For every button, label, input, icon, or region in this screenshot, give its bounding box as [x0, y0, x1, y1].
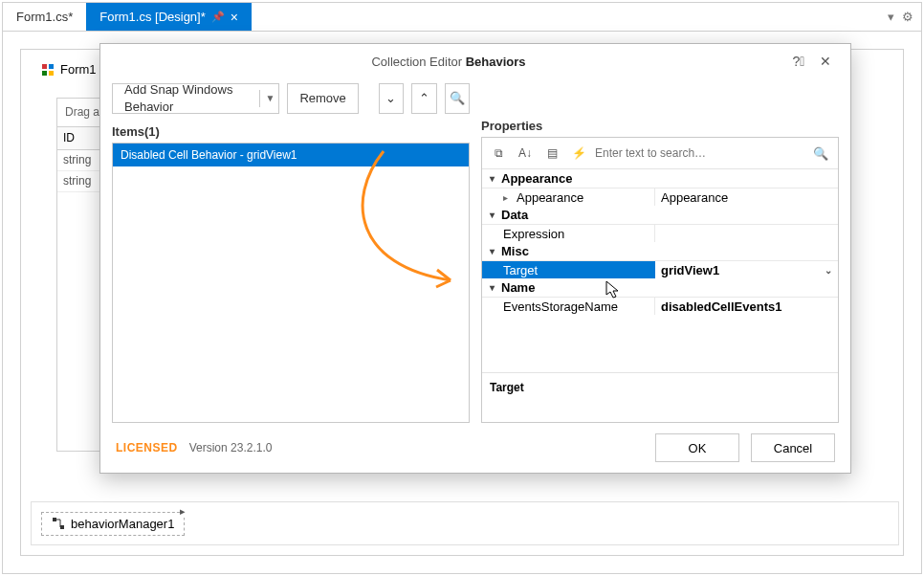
- property-grid-body[interactable]: ▾Appearance ▸Appearance Appearance ▾Data…: [482, 169, 838, 372]
- chevron-down-icon[interactable]: ⌄: [825, 265, 832, 276]
- property-description: Target: [482, 372, 838, 422]
- smart-tag-icon[interactable]: ▸: [180, 505, 186, 518]
- search-button[interactable]: 🔍: [445, 83, 470, 114]
- form-icon: [41, 63, 55, 77]
- tab-form1-design[interactable]: Form1.cs [Design]* 📌 ×: [86, 3, 252, 31]
- category-appearance[interactable]: ▾Appearance: [482, 169, 838, 188]
- collection-editor-dialog: Collection Editor Behaviors ?⃝ ✕ Add Sna…: [99, 43, 851, 474]
- form-chip[interactable]: Form1: [33, 59, 104, 79]
- list-item[interactable]: Disabled Cell Behavior - gridView1: [113, 144, 469, 166]
- dialog-titlebar: Collection Editor Behaviors ?⃝ ✕: [100, 44, 850, 78]
- property-grid: ⧉ A↓ ▤ ⚡ 🔍 ▾Appearance ▸Appearance: [481, 137, 839, 423]
- tray-item-label: behaviorManager1: [71, 517, 174, 531]
- chevron-up-icon: ⌃: [419, 90, 429, 107]
- version-label: Version 23.2.1.0: [189, 441, 273, 454]
- tray-item-behaviormanager[interactable]: behaviorManager1 ▸: [41, 512, 185, 536]
- gear-icon[interactable]: ⚙: [902, 10, 913, 24]
- svg-rect-3: [49, 71, 54, 76]
- property-row-expression[interactable]: Expression: [482, 224, 838, 242]
- collapse-icon[interactable]: ▾: [486, 282, 497, 293]
- chevron-down-icon: ⌄: [385, 90, 396, 107]
- pin-icon[interactable]: 📌: [211, 11, 225, 23]
- items-list[interactable]: Disabled Cell Behavior - gridView1: [112, 143, 470, 423]
- dialog-title: Collection Editor Behaviors: [112, 55, 785, 69]
- property-row-eventsstoragename[interactable]: EventsStorageName disabledCellEvents1: [482, 297, 838, 315]
- items-toolbar: Add Snap Windows Behavior ▼ Remove ⌄ ⌃ 🔍: [112, 78, 470, 119]
- svg-rect-1: [49, 64, 54, 69]
- chevron-down-icon[interactable]: ▼: [259, 90, 275, 107]
- license-badge: LICENSED: [116, 441, 178, 454]
- component-tray: behaviorManager1 ▸: [31, 501, 899, 545]
- ide-shell: Form1.cs* Form1.cs [Design]* 📌 × ▾ ⚙ For…: [2, 2, 922, 574]
- dialog-footer: LICENSED Version 23.2.1.0 OK Cancel: [100, 423, 850, 473]
- svg-rect-0: [42, 64, 47, 69]
- events-icon[interactable]: ⚡: [568, 143, 589, 164]
- tabstrip-actions: ▾ ⚙: [888, 3, 921, 31]
- svg-rect-4: [53, 518, 56, 521]
- property-pages-icon[interactable]: ▤: [541, 143, 562, 164]
- property-search[interactable]: 🔍: [595, 146, 832, 161]
- close-icon[interactable]: ×: [231, 10, 238, 25]
- document-tabstrip: Form1.cs* Form1.cs [Design]* 📌 × ▾ ⚙: [3, 3, 921, 32]
- cancel-button[interactable]: Cancel: [751, 433, 835, 462]
- add-behavior-label: Add Snap Windows Behavior: [124, 81, 252, 116]
- category-name[interactable]: ▾Name: [482, 278, 838, 297]
- search-input[interactable]: [595, 146, 809, 160]
- ok-button[interactable]: OK: [655, 433, 739, 462]
- property-toolbar: ⧉ A↓ ▤ ⚡ 🔍: [482, 138, 838, 169]
- dialog-body: Add Snap Windows Behavior ▼ Remove ⌄ ⌃ 🔍…: [100, 78, 850, 423]
- collapse-icon[interactable]: ▾: [486, 210, 497, 220]
- add-behavior-button[interactable]: Add Snap Windows Behavior ▼: [112, 83, 279, 114]
- help-icon[interactable]: ?⃝: [785, 54, 812, 69]
- tab-overflow-icon[interactable]: ▾: [888, 10, 894, 24]
- component-icon: [52, 517, 65, 530]
- categorized-icon[interactable]: ⧉: [488, 143, 509, 164]
- property-row-appearance[interactable]: ▸Appearance Appearance: [482, 188, 838, 206]
- alphabetical-icon[interactable]: A↓: [515, 143, 536, 164]
- category-data[interactable]: ▾Data: [482, 206, 838, 224]
- search-icon: 🔍: [450, 90, 465, 107]
- tab-label: Form1.cs*: [16, 10, 73, 24]
- remove-button[interactable]: Remove: [287, 83, 358, 114]
- property-description-title: Target: [490, 381, 830, 394]
- dialog-left-pane: Add Snap Windows Behavior ▼ Remove ⌄ ⌃ 🔍…: [112, 78, 470, 423]
- svg-rect-5: [60, 525, 64, 529]
- collapse-icon[interactable]: ▾: [486, 246, 497, 256]
- property-row-target[interactable]: Target gridView1⌄: [482, 260, 838, 278]
- expand-icon[interactable]: ▸: [503, 192, 513, 203]
- properties-section-label: Properties: [481, 119, 839, 133]
- move-up-button[interactable]: ⌃: [411, 83, 436, 114]
- close-icon[interactable]: ✕: [812, 54, 839, 69]
- tab-form1-cs[interactable]: Form1.cs*: [3, 3, 86, 31]
- collapse-icon[interactable]: ▾: [486, 173, 497, 184]
- tab-label: Form1.cs [Design]*: [99, 10, 206, 24]
- svg-rect-2: [42, 71, 47, 76]
- form-chip-label: Form1: [60, 62, 97, 77]
- move-down-button[interactable]: ⌄: [379, 83, 404, 114]
- category-misc[interactable]: ▾Misc: [482, 242, 838, 260]
- items-section-label: Items(1): [112, 124, 470, 139]
- search-icon: 🔍: [809, 146, 832, 161]
- dialog-right-pane: Properties ⧉ A↓ ▤ ⚡ 🔍 ▾Appearance: [481, 78, 839, 423]
